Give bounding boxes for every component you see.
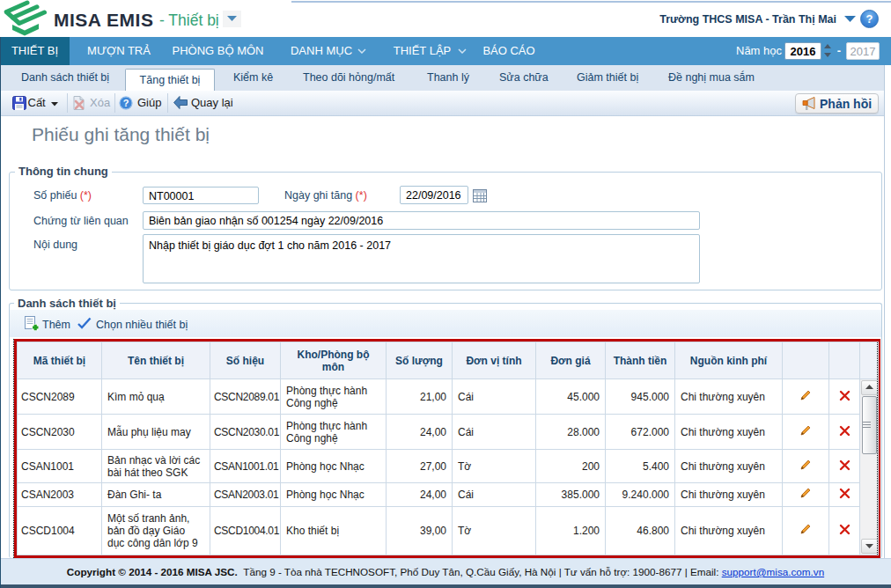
svg-text:?: ? <box>123 98 129 108</box>
